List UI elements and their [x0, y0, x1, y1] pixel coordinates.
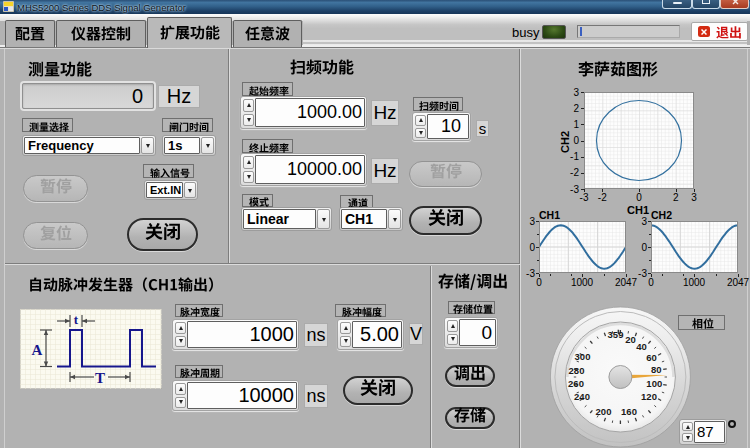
svg-text:t: t [74, 312, 79, 327]
svg-text:280: 280 [569, 365, 585, 376]
svg-text:260: 260 [568, 378, 584, 389]
svg-text:120: 120 [641, 391, 657, 402]
svg-text:60: 60 [646, 352, 657, 363]
svg-text:200: 200 [596, 406, 612, 417]
svg-text:80: 80 [651, 364, 662, 375]
svg-text:240: 240 [574, 391, 590, 402]
svg-text:300: 300 [575, 351, 591, 362]
svg-text:A: A [32, 342, 43, 358]
svg-text:T: T [95, 370, 105, 386]
svg-text:40: 40 [636, 341, 647, 352]
svg-text:20: 20 [625, 334, 636, 345]
svg-text:160: 160 [621, 406, 637, 417]
svg-text:100: 100 [646, 378, 662, 389]
svg-text:359: 359 [608, 329, 624, 340]
